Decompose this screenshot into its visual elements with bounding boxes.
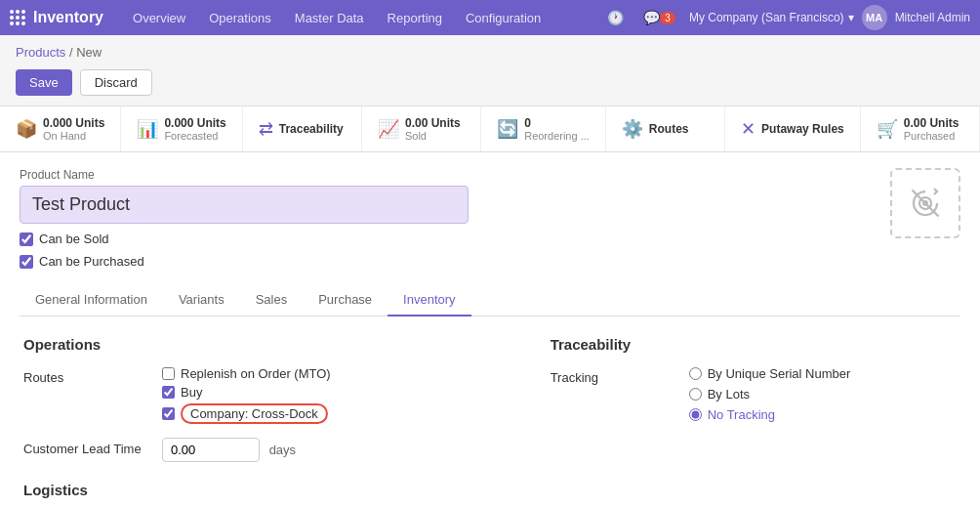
stat-forecasted[interactable]: 📊 0.000 Units Forecasted <box>121 106 242 151</box>
chat-icon[interactable]: 💬3 <box>637 8 681 27</box>
company-selector[interactable]: My Company (San Francisco) ▾ <box>689 11 854 24</box>
stat-on-hand[interactable]: 📦 0.000 Units On Hand <box>0 106 121 151</box>
tracking-row: Tracking By Unique Serial Number By Lots <box>551 366 957 428</box>
product-image[interactable] <box>890 168 960 238</box>
routes-value: Routes <box>649 122 689 136</box>
grid-icon <box>10 10 25 25</box>
can-be-sold-checkbox[interactable] <box>20 232 33 246</box>
form-area: Product Name Can be Sold Can be Purchase… <box>0 152 980 507</box>
nav-master-data[interactable]: Master Data <box>285 7 374 29</box>
putaway-icon: ✕ <box>741 118 755 140</box>
breadcrumb: Products / New <box>0 35 980 63</box>
routes-label: Routes <box>23 366 150 385</box>
clock-icon[interactable]: 🕐 <box>601 8 630 27</box>
nav-reporting[interactable]: Reporting <box>378 7 452 29</box>
can-be-purchased-label: Can be Purchased <box>39 254 144 269</box>
logistics-section: Logistics Weight kg Volume m³ <box>23 482 511 507</box>
stat-sold[interactable]: 📈 0.00 Units Sold <box>362 106 481 151</box>
nav-operations[interactable]: Operations <box>199 7 281 29</box>
purchased-label: Purchased <box>904 130 960 142</box>
tab-content-inventory: Operations Routes Replenish on Order (MT… <box>20 317 960 507</box>
stat-putaway[interactable]: ✕ Putaway Rules <box>725 106 861 151</box>
tracking-serial: By Unique Serial Number <box>689 366 851 381</box>
traceability-section: Traceability Tracking By Unique Serial N… <box>551 336 957 507</box>
tracking-none: No Tracking <box>689 407 851 422</box>
can-be-purchased-checkbox[interactable] <box>20 255 33 269</box>
tracking-label: Tracking <box>551 366 677 385</box>
traceability-title: Traceability <box>551 336 957 353</box>
tabs: General Information Variants Sales Purch… <box>20 284 960 317</box>
left-column: Operations Routes Replenish on Order (MT… <box>23 336 511 507</box>
forecasted-label: Forecasted <box>164 130 225 142</box>
chat-badge: 3 <box>660 12 675 24</box>
route-mto-label: Replenish on Order (MTO) <box>181 366 331 381</box>
stat-purchased[interactable]: 🛒 0.00 Units Purchased <box>861 106 980 151</box>
stat-routes[interactable]: ⚙️ Routes <box>606 106 725 151</box>
tracking-lots-radio[interactable] <box>689 388 702 401</box>
routes-icon: ⚙️ <box>622 118 643 140</box>
can-be-sold-label: Can be Sold <box>39 232 109 246</box>
stats-bar: 📦 0.000 Units On Hand 📊 0.000 Units Fore… <box>0 106 980 152</box>
sold-value: 0.00 Units <box>405 116 461 130</box>
topnav: Inventory Overview Operations Master Dat… <box>0 0 980 35</box>
tab-variants[interactable]: Variants <box>163 284 240 317</box>
product-name-label: Product Name <box>20 168 890 182</box>
avatar[interactable]: MA <box>862 5 887 30</box>
top-form-row: Product Name Can be Sold Can be Purchase… <box>20 168 960 269</box>
discard-button[interactable]: Discard <box>80 69 152 96</box>
sold-icon: 📈 <box>378 118 399 140</box>
top-form-left: Product Name Can be Sold Can be Purchase… <box>20 168 890 269</box>
tracking-serial-label: By Unique Serial Number <box>708 366 851 381</box>
tracking-lots: By Lots <box>689 387 851 401</box>
company-name: My Company (San Francisco) <box>689 11 844 24</box>
customer-lead-time-row: Customer Lead Time days <box>23 438 511 462</box>
operations-title: Operations <box>23 336 511 353</box>
app-name: Inventory <box>33 9 103 26</box>
tab-inventory[interactable]: Inventory <box>388 284 470 317</box>
purchased-icon: 🛒 <box>877 118 898 140</box>
tracking-serial-radio[interactable] <box>689 367 702 380</box>
nav-overview[interactable]: Overview <box>123 7 195 29</box>
route-buy-checkbox[interactable] <box>162 386 175 399</box>
product-name-input[interactable] <box>20 186 469 224</box>
stat-reordering[interactable]: 🔄 0 Reordering ... <box>481 106 606 151</box>
customer-lead-time-unit: days <box>269 443 296 457</box>
can-be-sold-row: Can be Sold <box>20 232 890 246</box>
forecast-icon: 📊 <box>137 118 158 140</box>
nav-configuration[interactable]: Configuration <box>456 7 551 29</box>
route-cross-dock: Company: Cross-Dock <box>162 403 511 424</box>
logistics-title: Logistics <box>23 482 511 498</box>
reordering-value: 0 <box>524 116 590 130</box>
on-hand-value: 0.000 Units <box>43 116 104 130</box>
user-name: Mitchell Admin <box>895 11 970 24</box>
route-cross-dock-checkbox[interactable] <box>162 407 175 420</box>
stat-traceability[interactable]: ⇄ Traceability <box>243 106 362 151</box>
breadcrumb-parent[interactable]: Products <box>16 45 65 60</box>
customer-lead-time-input[interactable] <box>162 438 260 462</box>
app-brand[interactable]: Inventory <box>10 9 103 26</box>
traceability-value: Traceability <box>279 122 344 136</box>
reordering-icon: 🔄 <box>497 118 518 140</box>
routes-row: Routes Replenish on Order (MTO) Buy <box>23 366 511 428</box>
tracking-none-radio[interactable] <box>689 408 702 421</box>
nav-right: 🕐 💬3 My Company (San Francisco) ▾ MA Mit… <box>601 5 970 30</box>
route-mto: Replenish on Order (MTO) <box>162 366 511 381</box>
tab-general-information[interactable]: General Information <box>20 284 163 317</box>
traceability-icon: ⇄ <box>259 118 273 140</box>
forecasted-value: 0.000 Units <box>164 116 225 130</box>
route-buy: Buy <box>162 385 511 400</box>
chevron-down-icon: ▾ <box>848 11 854 24</box>
can-be-purchased-row: Can be Purchased <box>20 254 890 269</box>
customer-lead-time-content: days <box>162 438 511 462</box>
routes-content: Replenish on Order (MTO) Buy Company: Cr… <box>162 366 511 428</box>
tab-purchase[interactable]: Purchase <box>303 284 388 317</box>
route-mto-checkbox[interactable] <box>162 367 175 380</box>
reordering-label: Reordering ... <box>524 130 590 142</box>
route-buy-label: Buy <box>181 385 202 400</box>
action-bar: Save Discard <box>0 63 980 106</box>
tab-sales[interactable]: Sales <box>240 284 304 317</box>
sold-label: Sold <box>405 130 461 142</box>
save-button[interactable]: Save <box>16 69 72 96</box>
breadcrumb-current: New <box>76 45 102 60</box>
tracking-lots-label: By Lots <box>708 387 750 401</box>
